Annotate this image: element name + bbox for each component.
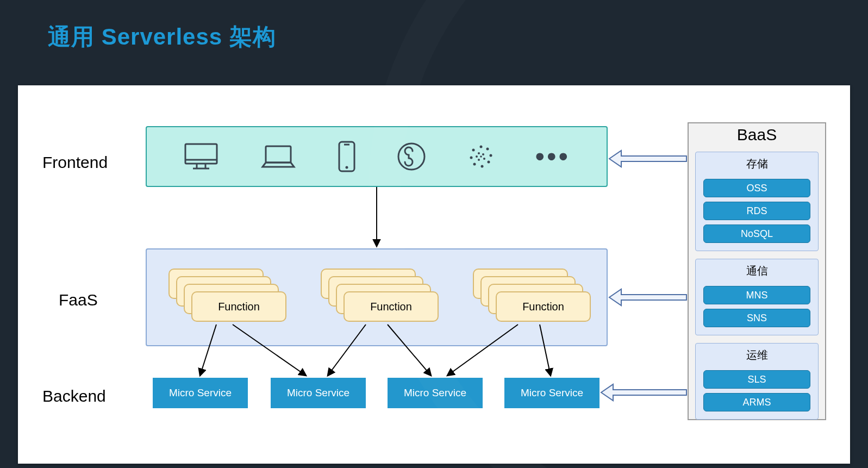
function-card: Function [191, 291, 286, 322]
baas-service-arms: ARMS [703, 393, 810, 411]
baas-group-title: 通信 [703, 263, 810, 282]
function-stack: Function [321, 269, 440, 334]
svg-point-17 [472, 149, 474, 152]
svg-point-19 [482, 153, 484, 155]
baas-group-messaging: 通信 MNS SNS [695, 259, 819, 335]
baas-group-title: 存储 [703, 155, 810, 174]
svg-point-16 [470, 157, 472, 159]
microservice-box: Micro Service [153, 378, 248, 408]
baas-group-title: 运维 [703, 347, 810, 366]
layer-label-backend: Backend [42, 387, 106, 405]
baas-title: BaaS [689, 123, 825, 147]
desktop-icon [183, 142, 219, 171]
svg-point-15 [473, 163, 476, 166]
function-card: Function [344, 291, 439, 322]
svg-point-23 [480, 155, 482, 158]
svg-point-21 [478, 159, 480, 161]
function-card: Function [496, 291, 591, 322]
svg-rect-0 [185, 144, 217, 164]
svg-point-20 [483, 158, 485, 160]
svg-rect-5 [266, 146, 291, 163]
faas-box: Function Function Function [146, 248, 608, 346]
baas-service-rds: RDS [703, 202, 810, 220]
frontend-box: ••• [146, 126, 608, 187]
svg-point-22 [476, 155, 478, 158]
baas-group-storage: 存储 OSS RDS NoSQL [695, 152, 819, 251]
baas-service-sls: SLS [703, 370, 810, 389]
svg-point-10 [479, 146, 482, 148]
diagram-canvas: Frontend FaaS Backend [18, 85, 850, 464]
miniprogram-icon [396, 141, 427, 172]
iot-cluster-icon [467, 142, 495, 171]
baas-service-oss: OSS [703, 179, 810, 197]
svg-point-14 [480, 165, 483, 168]
svg-point-13 [487, 161, 490, 164]
svg-point-12 [489, 154, 492, 157]
laptop-icon [259, 143, 297, 170]
svg-point-11 [486, 148, 489, 151]
baas-service-sns: SNS [703, 309, 810, 327]
baas-group-ops: 运维 SLS ARMS [695, 343, 819, 420]
more-icon: ••• [535, 141, 570, 172]
microservice-box: Micro Service [271, 378, 366, 408]
function-stack: Function [168, 269, 288, 334]
baas-service-nosql: NoSQL [703, 224, 810, 243]
microservice-box: Micro Service [388, 378, 483, 408]
microservice-box: Micro Service [504, 378, 600, 408]
baas-panel: BaaS 存储 OSS RDS NoSQL 通信 MNS SNS 运维 SLS … [688, 122, 826, 420]
slide-title: 通用 Serverless 架构 [48, 22, 276, 52]
layer-label-frontend: Frontend [42, 153, 108, 172]
svg-point-7 [345, 166, 348, 169]
layer-label-faas: FaaS [59, 291, 98, 309]
phone-icon [338, 140, 356, 173]
function-stack: Function [473, 269, 592, 334]
svg-point-18 [478, 152, 480, 154]
baas-service-mns: MNS [703, 286, 810, 304]
